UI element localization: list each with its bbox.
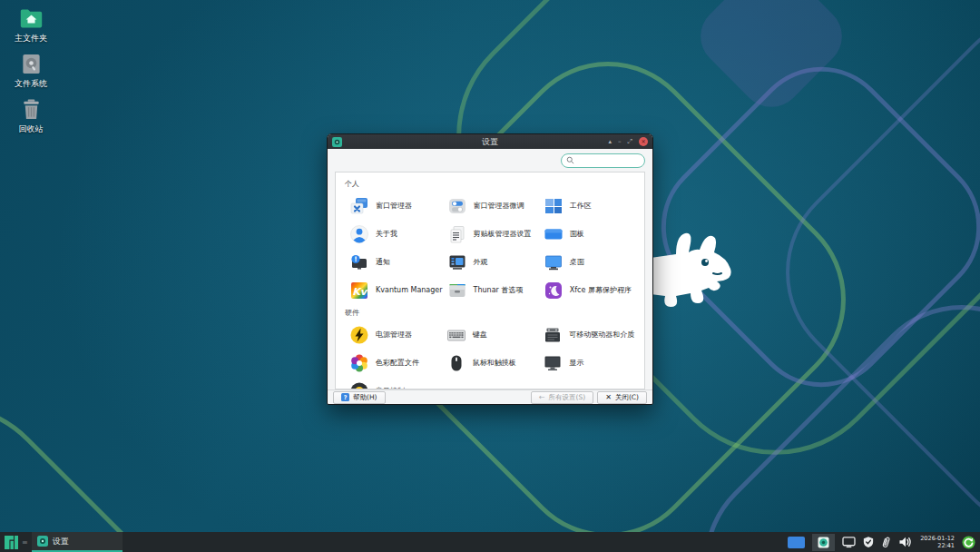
settings-item-power[interactable]: 电源管理器 [345,320,442,349]
settings-item-workspaces[interactable]: 工作区 [539,192,635,220]
settings-item-panel[interactable]: 面板 [539,220,635,248]
clock-date: 2026-01-12 [920,535,955,542]
update-notifier-icon[interactable] [962,536,975,549]
volume-tray-icon[interactable] [898,536,913,548]
settings-item-label: 剪贴板管理器设置 [474,229,532,239]
window-footer: ? 帮助(H) ← 所有设置(S) ✕ 关闭(C) [328,389,652,404]
appearance-icon [447,252,467,272]
notifications-icon: ! [349,252,369,272]
settings-item-label: 窗口管理器微调 [474,201,524,211]
manjaro-menu-button[interactable] [5,536,18,549]
shield-check-icon[interactable] [863,536,874,548]
settings-item-volume[interactable]: 音量控制 [345,377,442,389]
settings-item-label: 键盘 [473,330,487,340]
close-button-label: 关闭(C) [615,393,639,402]
manjaro-logo-icon [5,536,18,549]
paperclip-icon[interactable] [881,536,891,549]
taskbar: ≡ 设置 2026-01-12 22:41 [0,532,980,552]
settings-item-appearance[interactable]: 外观 [443,248,539,276]
window-titlebar[interactable]: 设置 ▴–⤢✕ [328,134,652,149]
section-items: 窗口管理器窗口管理器微调工作区关于我剪贴板管理器设置面板!通知外观桌面KvKva… [345,192,635,304]
search-box[interactable] [561,153,645,168]
wm-tweaks-icon [447,196,467,216]
removable-icon [543,325,563,345]
power-icon [349,325,369,345]
settings-item-label: 可移动驱动器和介质 [569,330,634,340]
search-input[interactable] [577,156,640,164]
thunar-icon [447,281,467,301]
settings-item-notifications[interactable]: !通知 [345,248,443,276]
all-settings-button[interactable]: ← 所有设置(S) [531,391,593,404]
settings-item-screensaver[interactable]: Xfce 屏幕保护程序 [539,276,635,304]
display-icon [543,353,563,373]
settings-item-label: 电源管理器 [376,330,412,340]
close-button[interactable]: ✕ 关闭(C) [597,391,647,404]
settings-item-window-manager[interactable]: 窗口管理器 [345,192,443,220]
desktop-icon [544,252,564,272]
kvantum-icon: Kv [349,281,369,301]
settings-item-label: 工作区 [570,201,592,211]
taskbar-task-settings[interactable]: 设置 [32,532,122,552]
back-arrow-icon: ← [539,394,545,401]
desktop-icon-filesystem[interactable]: 文件系统 [5,53,56,90]
shade-window-button[interactable]: ▴ [608,137,612,146]
section-header: 硬件 [345,304,635,320]
trash-icon [19,98,44,121]
system-tray: 2026-01-12 22:41 [788,534,975,551]
menu-lines-icon[interactable]: ≡ [22,538,28,547]
settings-task-icon [37,536,48,547]
desktop-icon-trash[interactable]: 回收站 [5,98,56,135]
settings-item-desktop[interactable]: 桌面 [539,248,635,276]
settings-item-label: 色彩配置文件 [376,358,419,368]
settings-item-clipboard[interactable]: 剪贴板管理器设置 [443,220,539,248]
settings-item-wm-tweaks[interactable]: 窗口管理器微调 [443,192,539,220]
help-button-label: 帮助(H) [353,393,377,402]
desktop-icon-label: 文件系统 [15,78,47,90]
help-button[interactable]: ? 帮助(H) [333,391,386,404]
clipboard-icon [447,224,467,244]
settings-item-label: 关于我 [376,229,397,239]
settings-app-icon [332,137,342,147]
mouse-icon [446,353,466,373]
close-x-icon: ✕ [605,394,612,401]
section-header: 个人 [345,175,635,192]
home-folder-icon [19,7,44,30]
settings-item-keyboard[interactable]: 键盘 [442,320,539,349]
panel-icon [544,224,564,244]
settings-item-display[interactable]: 显示 [538,349,635,377]
minimize-window-button[interactable]: – [618,137,622,146]
settings-item-thunar[interactable]: Thunar 首选项 [443,276,539,304]
workspaces-icon [544,196,564,216]
settings-item-removable[interactable]: 可移动驱动器和介质 [538,320,635,349]
wallpaper-diamond-purple-filled [688,0,855,120]
settings-item-label: Thunar 首选项 [474,285,524,295]
settings-item-label: 窗口管理器 [376,201,412,211]
svg-text:?: ? [344,394,348,401]
volume-icon [349,381,369,390]
settings-item-color-profiles[interactable]: 色彩配置文件 [345,349,442,377]
settings-item-about-me[interactable]: 关于我 [345,220,443,248]
display-tray-icon[interactable] [842,537,856,548]
desktop-icon-home-folder[interactable]: 主文件夹 [5,7,56,44]
titlebar-buttons: ▴–⤢✕ [608,137,648,146]
search-icon [566,156,574,164]
wallpaper-diamond-purple [744,0,980,532]
about-me-icon [349,224,369,244]
clock[interactable]: 2026-01-12 22:41 [920,535,955,549]
settings-item-label: 桌面 [570,257,584,267]
close-window-button[interactable]: ✕ [639,137,648,146]
settings-item-label: Xfce 屏幕保护程序 [570,285,632,295]
maximize-window-button[interactable]: ⤢ [627,137,632,146]
svg-text:!: ! [354,255,357,263]
window-manager-icon [349,196,369,216]
settings-item-mouse[interactable]: 鼠标和触摸板 [442,349,539,377]
desktop-icon-list: 主文件夹文件系统回收站 [5,7,56,143]
workspace-switcher-icon[interactable] [788,537,805,548]
settings-tray-icon[interactable] [812,534,835,551]
section-items: 电源管理器键盘可移动驱动器和介质色彩配置文件鼠标和触摸板显示音量控制 [345,320,635,389]
settings-window: 设置 ▴–⤢✕ 个人窗口管理器窗口管理器微调工作区关于我剪贴板管理器设置面板!通… [327,133,653,405]
task-label: 设置 [53,536,69,547]
settings-item-kvantum[interactable]: KvKvantum Manager [345,276,443,304]
keyboard-icon [446,325,466,345]
desktop-icon-label: 主文件夹 [15,33,47,44]
